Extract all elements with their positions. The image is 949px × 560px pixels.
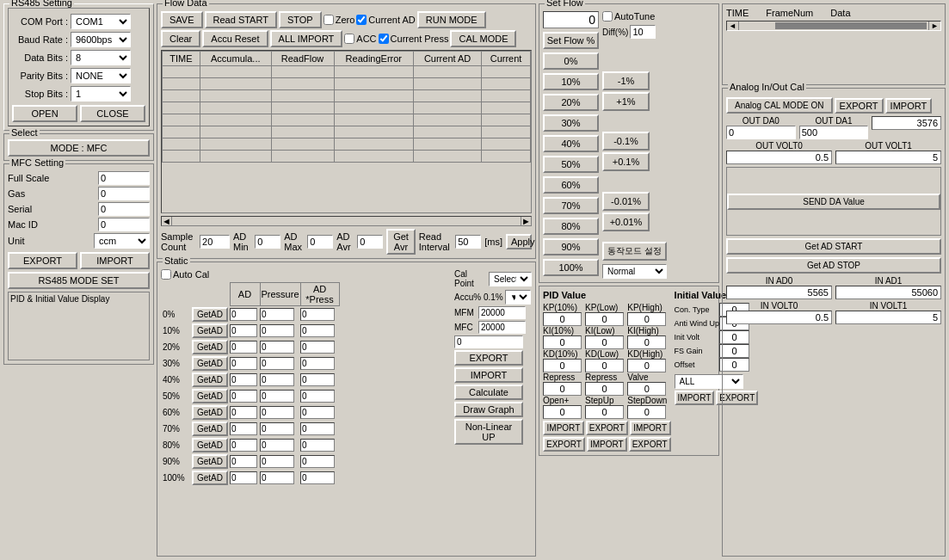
analog-cal-mode-button[interactable]: Analog CAL MODE ON xyxy=(726,97,833,114)
adpress-input-4[interactable] xyxy=(300,373,335,386)
ad-min-input[interactable] xyxy=(255,235,280,249)
pressure-input-10[interactable] xyxy=(260,471,294,484)
all-import-button[interactable]: ALL IMPORT xyxy=(270,30,343,47)
full-scale-input[interactable] xyxy=(98,171,150,185)
unit-select[interactable]: ccm xyxy=(94,233,150,249)
mfc-input[interactable] xyxy=(478,321,526,334)
flow-20pct[interactable]: 20% xyxy=(543,94,599,111)
ad-input-2[interactable] xyxy=(230,341,257,354)
adpress-input-2[interactable] xyxy=(300,341,335,354)
open-plus-input[interactable] xyxy=(543,405,582,419)
zero-checkbox[interactable] xyxy=(324,15,334,25)
mfc-import-button[interactable]: IMPORT xyxy=(80,252,150,269)
step-up-input[interactable] xyxy=(585,405,624,419)
adpress-input-9[interactable] xyxy=(300,455,335,468)
pid-import3-btn[interactable]: IMPORT xyxy=(587,437,627,452)
kp10-input[interactable] xyxy=(543,312,582,326)
ad-input-5[interactable] xyxy=(230,390,257,403)
stop-button[interactable]: STOP xyxy=(279,11,322,28)
adpress-input-1[interactable] xyxy=(300,324,335,337)
current-ad-checkbox[interactable] xyxy=(356,15,367,25)
mode-mfc-button[interactable]: MODE : MFC xyxy=(8,139,150,157)
current-press-checkbox[interactable] xyxy=(379,34,389,44)
getad-btn-3[interactable]: GetAD xyxy=(192,356,228,371)
out-da1-input[interactable] xyxy=(799,126,869,139)
serial-input[interactable] xyxy=(98,202,150,216)
getad-btn-0[interactable]: GetAD xyxy=(192,307,228,322)
out-da0-input[interactable] xyxy=(726,126,796,139)
flow-60pct[interactable]: 60% xyxy=(543,176,599,194)
get-avr-button[interactable]: Get Avr xyxy=(386,229,415,255)
ki-high-input[interactable] xyxy=(627,335,666,349)
data-bits-select[interactable]: 8 xyxy=(71,50,131,65)
kd-high-input[interactable] xyxy=(627,359,666,372)
valve-input[interactable] xyxy=(627,382,666,396)
ad-input-10[interactable] xyxy=(230,471,257,484)
adpress-input-8[interactable] xyxy=(300,439,335,452)
pid-import2-btn[interactable]: IMPORT xyxy=(630,421,671,435)
close-button[interactable]: CLOSE xyxy=(80,105,145,122)
read-start-button[interactable]: Read START xyxy=(205,11,277,28)
mfm-input[interactable] xyxy=(478,306,526,319)
flow-10pct[interactable]: 10% xyxy=(543,73,599,90)
static-import-button[interactable]: IMPORT xyxy=(454,367,523,383)
pid-import-btn[interactable]: IMPORT xyxy=(543,421,584,435)
plus1-button[interactable]: +1% xyxy=(602,92,650,111)
kd10-input[interactable] xyxy=(543,359,582,372)
pressure-input-9[interactable] xyxy=(260,455,294,468)
dong-button[interactable]: 동작모드 설정 xyxy=(602,242,667,261)
parity-bits-select[interactable]: NONE xyxy=(71,68,131,83)
adpress-input-6[interactable] xyxy=(300,406,335,419)
kp-high-input[interactable] xyxy=(627,312,666,326)
get-ad-start-button[interactable]: Get AD START xyxy=(726,238,941,255)
adpress-input-5[interactable] xyxy=(300,390,335,403)
minus001-button[interactable]: -0.01% xyxy=(602,192,650,211)
getad-btn-10[interactable]: GetAD xyxy=(192,471,228,485)
pressure-input-5[interactable] xyxy=(260,390,294,403)
pid-export2-btn[interactable]: EXPORT xyxy=(543,437,585,452)
get-ad-stop-button[interactable]: Get AD STOP xyxy=(726,257,941,274)
ad-avr-input[interactable] xyxy=(357,235,383,249)
flow-30pct[interactable]: 30% xyxy=(543,114,599,132)
flow-90pct[interactable]: 90% xyxy=(543,238,599,255)
flow-100pct[interactable]: 100% xyxy=(543,259,599,276)
ad-input-1[interactable] xyxy=(230,324,257,337)
zero-value-input[interactable] xyxy=(454,335,523,348)
getad-btn-7[interactable]: GetAD xyxy=(192,422,228,436)
plus001-button[interactable]: +0.01% xyxy=(602,212,650,231)
clear-button[interactable]: Clear xyxy=(161,30,200,47)
diff-input[interactable] xyxy=(630,25,656,39)
adpress-input-10[interactable] xyxy=(300,471,335,484)
gas-input[interactable] xyxy=(98,187,150,200)
ad-input-9[interactable] xyxy=(230,455,257,468)
rs485-mode-set-button[interactable]: RS485 MODE SET xyxy=(8,272,150,289)
kp-low-input[interactable] xyxy=(585,312,624,326)
kd-low-input[interactable] xyxy=(585,359,624,372)
adpress-input-0[interactable] xyxy=(300,308,335,321)
ki10-input[interactable] xyxy=(543,335,582,349)
init-import-btn[interactable]: IMPORT xyxy=(675,391,715,405)
getad-btn-8[interactable]: GetAD xyxy=(192,438,228,452)
repress-input[interactable] xyxy=(543,382,582,396)
run-mode-button[interactable]: RUN MODE xyxy=(417,11,486,28)
pressure-input-8[interactable] xyxy=(260,439,294,452)
adpress-input-7[interactable] xyxy=(300,422,335,435)
adpress-input-3[interactable] xyxy=(300,357,335,370)
apply-button[interactable]: Apply xyxy=(506,234,532,249)
analog-export-button[interactable]: EXPORT xyxy=(835,98,884,114)
ad-max-input[interactable] xyxy=(307,235,333,249)
static-export-button[interactable]: EXPORT xyxy=(454,350,523,366)
baud-rate-select[interactable]: 9600bps xyxy=(71,32,131,47)
acc-checkbox[interactable] xyxy=(344,34,354,44)
pressure-input-4[interactable] xyxy=(260,373,294,386)
ad-input-0[interactable] xyxy=(230,308,257,321)
save-button[interactable]: SAVE xyxy=(161,11,203,28)
pid-export3-btn[interactable]: EXPORT xyxy=(629,437,671,452)
com-port-select[interactable]: COM1 xyxy=(71,14,131,29)
flow-80pct[interactable]: 80% xyxy=(543,218,599,235)
pressure-input-0[interactable] xyxy=(260,308,294,321)
minus01-button[interactable]: -0.1% xyxy=(602,132,650,151)
pressure-input-1[interactable] xyxy=(260,324,294,337)
ad-input-7[interactable] xyxy=(230,422,257,435)
normal-select[interactable]: Normal xyxy=(602,264,667,279)
